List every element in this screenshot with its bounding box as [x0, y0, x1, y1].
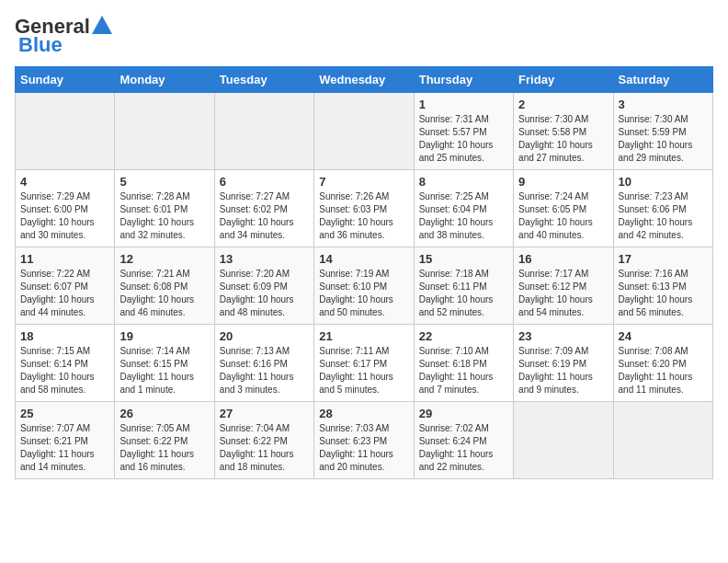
calendar-cell: 10Sunrise: 7:23 AM Sunset: 6:06 PM Dayli…: [613, 170, 712, 247]
calendar-cell: 25Sunrise: 7:07 AM Sunset: 6:21 PM Dayli…: [16, 402, 115, 479]
calendar-cell: 27Sunrise: 7:04 AM Sunset: 6:22 PM Dayli…: [214, 402, 313, 479]
day-number: 25: [20, 407, 109, 420]
calendar-cell: 8Sunrise: 7:25 AM Sunset: 6:04 PM Daylig…: [414, 170, 513, 247]
day-number: 8: [419, 175, 508, 189]
day-number: 11: [20, 252, 109, 266]
day-number: 2: [518, 98, 608, 111]
day-number: 18: [20, 329, 109, 343]
week-row-2: 4Sunrise: 7:29 AM Sunset: 6:00 PM Daylig…: [16, 170, 713, 247]
day-number: 13: [220, 252, 309, 266]
calendar-table: SundayMondayTuesdayWednesdayThursdayFrid…: [15, 66, 713, 479]
calendar-cell: 1Sunrise: 7:31 AM Sunset: 5:57 PM Daylig…: [414, 93, 513, 170]
week-row-1: 1Sunrise: 7:31 AM Sunset: 5:57 PM Daylig…: [16, 93, 713, 170]
day-number: 15: [419, 252, 508, 266]
calendar-cell: 28Sunrise: 7:03 AM Sunset: 6:23 PM Dayli…: [314, 402, 414, 479]
day-info: Sunrise: 7:13 AM Sunset: 6:16 PM Dayligh…: [220, 345, 309, 396]
calendar-cell: 15Sunrise: 7:18 AM Sunset: 6:11 PM Dayli…: [414, 247, 513, 325]
day-number: 29: [419, 407, 508, 420]
day-number: 20: [220, 329, 309, 343]
calendar-cell: [514, 402, 613, 479]
calendar-cell: 21Sunrise: 7:11 AM Sunset: 6:17 PM Dayli…: [314, 325, 414, 402]
day-number: 9: [518, 175, 608, 189]
day-number: 3: [619, 98, 708, 111]
calendar-cell: 3Sunrise: 7:30 AM Sunset: 5:59 PM Daylig…: [613, 93, 712, 170]
day-info: Sunrise: 7:17 AM Sunset: 6:12 PM Dayligh…: [518, 268, 608, 319]
day-info: Sunrise: 7:05 AM Sunset: 6:22 PM Dayligh…: [119, 422, 209, 474]
logo-icon: [92, 16, 112, 34]
day-info: Sunrise: 7:19 AM Sunset: 6:10 PM Dayligh…: [319, 268, 408, 319]
day-number: 14: [319, 252, 408, 266]
day-info: Sunrise: 7:16 AM Sunset: 6:13 PM Dayligh…: [619, 268, 708, 319]
day-number: 23: [518, 329, 608, 343]
day-number: 28: [319, 407, 408, 420]
day-number: 24: [619, 329, 708, 343]
day-number: 21: [319, 329, 408, 343]
day-info: Sunrise: 7:30 AM Sunset: 5:59 PM Dayligh…: [619, 113, 708, 165]
day-info: Sunrise: 7:08 AM Sunset: 6:20 PM Dayligh…: [619, 345, 708, 396]
day-number: 5: [119, 175, 209, 189]
day-info: Sunrise: 7:14 AM Sunset: 6:15 PM Dayligh…: [119, 345, 209, 396]
calendar-cell: 9Sunrise: 7:24 AM Sunset: 6:05 PM Daylig…: [514, 170, 613, 247]
calendar-cell: 29Sunrise: 7:02 AM Sunset: 6:24 PM Dayli…: [414, 402, 513, 479]
calendar-cell: 7Sunrise: 7:26 AM Sunset: 6:03 PM Daylig…: [314, 170, 414, 247]
week-row-5: 25Sunrise: 7:07 AM Sunset: 6:21 PM Dayli…: [16, 402, 713, 479]
day-info: Sunrise: 7:27 AM Sunset: 6:02 PM Dayligh…: [220, 190, 309, 242]
calendar-cell: 11Sunrise: 7:22 AM Sunset: 6:07 PM Dayli…: [16, 247, 115, 325]
calendar-cell: 18Sunrise: 7:15 AM Sunset: 6:14 PM Dayli…: [16, 325, 115, 402]
day-info: Sunrise: 7:10 AM Sunset: 6:18 PM Dayligh…: [419, 345, 508, 396]
day-info: Sunrise: 7:29 AM Sunset: 6:00 PM Dayligh…: [20, 190, 109, 242]
day-info: Sunrise: 7:02 AM Sunset: 6:24 PM Dayligh…: [419, 422, 508, 474]
day-number: 16: [518, 252, 608, 266]
calendar-cell: [115, 93, 214, 170]
day-info: Sunrise: 7:22 AM Sunset: 6:07 PM Dayligh…: [20, 268, 109, 319]
col-header-friday: Friday: [514, 67, 613, 93]
calendar-cell: 22Sunrise: 7:10 AM Sunset: 6:18 PM Dayli…: [414, 325, 513, 402]
calendar-cell: 5Sunrise: 7:28 AM Sunset: 6:01 PM Daylig…: [115, 170, 214, 247]
day-info: Sunrise: 7:25 AM Sunset: 6:04 PM Dayligh…: [419, 190, 508, 242]
day-number: 7: [319, 175, 408, 189]
logo: General Blue: [15, 15, 112, 57]
day-info: Sunrise: 7:28 AM Sunset: 6:01 PM Dayligh…: [119, 190, 209, 242]
col-header-tuesday: Tuesday: [214, 67, 313, 93]
calendar-cell: 13Sunrise: 7:20 AM Sunset: 6:09 PM Dayli…: [214, 247, 313, 325]
day-number: 4: [20, 175, 109, 189]
calendar-cell: 23Sunrise: 7:09 AM Sunset: 6:19 PM Dayli…: [514, 325, 613, 402]
calendar-cell: 20Sunrise: 7:13 AM Sunset: 6:16 PM Dayli…: [214, 325, 313, 402]
day-number: 10: [619, 175, 708, 189]
day-number: 22: [419, 329, 508, 343]
day-info: Sunrise: 7:09 AM Sunset: 6:19 PM Dayligh…: [518, 345, 608, 396]
day-info: Sunrise: 7:04 AM Sunset: 6:22 PM Dayligh…: [220, 422, 309, 474]
calendar-cell: 24Sunrise: 7:08 AM Sunset: 6:20 PM Dayli…: [613, 325, 712, 402]
col-header-monday: Monday: [115, 67, 214, 93]
calendar-cell: [314, 93, 414, 170]
day-info: Sunrise: 7:31 AM Sunset: 5:57 PM Dayligh…: [419, 113, 508, 165]
day-info: Sunrise: 7:30 AM Sunset: 5:58 PM Dayligh…: [518, 113, 608, 165]
calendar-cell: [613, 402, 712, 479]
week-row-3: 11Sunrise: 7:22 AM Sunset: 6:07 PM Dayli…: [16, 247, 713, 325]
calendar-cell: 12Sunrise: 7:21 AM Sunset: 6:08 PM Dayli…: [115, 247, 214, 325]
calendar-cell: 6Sunrise: 7:27 AM Sunset: 6:02 PM Daylig…: [214, 170, 313, 247]
col-header-sunday: Sunday: [16, 67, 115, 93]
page-header: General Blue: [15, 15, 713, 57]
day-info: Sunrise: 7:07 AM Sunset: 6:21 PM Dayligh…: [20, 422, 109, 474]
day-info: Sunrise: 7:23 AM Sunset: 6:06 PM Dayligh…: [619, 190, 708, 242]
day-info: Sunrise: 7:20 AM Sunset: 6:09 PM Dayligh…: [220, 268, 309, 319]
day-number: 1: [419, 98, 508, 111]
calendar-header-row: SundayMondayTuesdayWednesdayThursdayFrid…: [16, 67, 713, 93]
day-number: 27: [220, 407, 309, 420]
calendar-cell: 17Sunrise: 7:16 AM Sunset: 6:13 PM Dayli…: [613, 247, 712, 325]
day-info: Sunrise: 7:21 AM Sunset: 6:08 PM Dayligh…: [119, 268, 209, 319]
day-info: Sunrise: 7:24 AM Sunset: 6:05 PM Dayligh…: [518, 190, 608, 242]
svg-marker-0: [92, 16, 112, 34]
day-info: Sunrise: 7:03 AM Sunset: 6:23 PM Dayligh…: [319, 422, 408, 474]
logo-blue: Blue: [18, 33, 63, 57]
calendar-cell: [16, 93, 115, 170]
calendar-cell: 26Sunrise: 7:05 AM Sunset: 6:22 PM Dayli…: [115, 402, 214, 479]
calendar-cell: 16Sunrise: 7:17 AM Sunset: 6:12 PM Dayli…: [514, 247, 613, 325]
day-info: Sunrise: 7:11 AM Sunset: 6:17 PM Dayligh…: [319, 345, 408, 396]
day-number: 6: [220, 175, 309, 189]
day-info: Sunrise: 7:26 AM Sunset: 6:03 PM Dayligh…: [319, 190, 408, 242]
day-number: 19: [119, 329, 209, 343]
calendar-cell: 2Sunrise: 7:30 AM Sunset: 5:58 PM Daylig…: [514, 93, 613, 170]
day-info: Sunrise: 7:15 AM Sunset: 6:14 PM Dayligh…: [20, 345, 109, 396]
